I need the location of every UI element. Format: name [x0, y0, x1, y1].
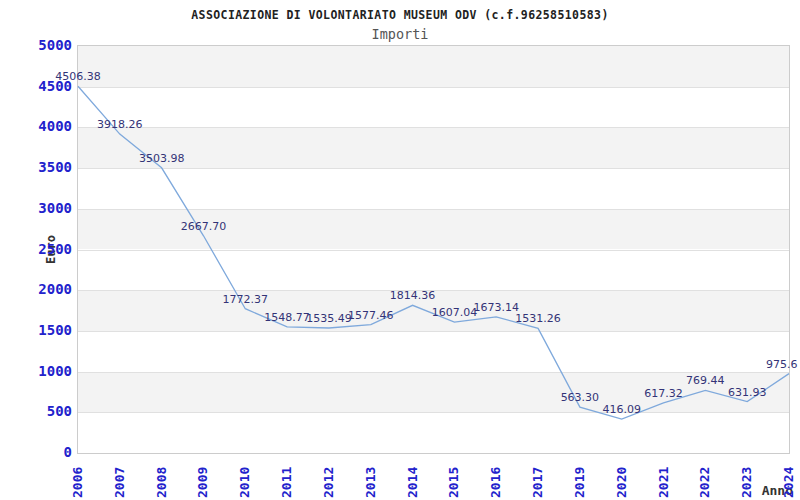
x-tick-label: 2024: [782, 467, 796, 498]
data-point-label: 975.6: [766, 358, 798, 371]
y-tick-label: 4000: [12, 118, 72, 134]
series-line: [78, 86, 789, 419]
data-point-label: 416.09: [602, 403, 641, 416]
y-tick-label: 3500: [12, 159, 72, 175]
data-point-label: 631.93: [728, 386, 767, 399]
data-point-label: 3503.98: [139, 152, 185, 165]
chart-subtitle: Importi: [0, 26, 800, 42]
data-point-label: 1531.26: [515, 312, 561, 325]
x-tick-label: 2021: [657, 467, 671, 498]
y-tick-label: 5000: [12, 37, 72, 53]
data-point-label: 769.44: [686, 374, 725, 387]
data-point-label: 3918.26: [97, 118, 143, 131]
x-tick-label: 2011: [280, 467, 294, 498]
x-tick-label: 2012: [322, 467, 336, 498]
y-tick-label: 3000: [12, 200, 72, 216]
data-point-label: 617.32: [644, 387, 683, 400]
y-tick-label: 2500: [12, 241, 72, 257]
x-tick-label: 2008: [155, 467, 169, 498]
x-tick-label: 2006: [71, 467, 85, 498]
y-tick-label: 500: [12, 403, 72, 419]
x-tick-label: 2016: [489, 467, 503, 498]
data-point-label: 563.30: [561, 391, 600, 404]
data-point-label: 1814.36: [390, 289, 436, 302]
data-point-label: 4506.38: [55, 70, 101, 83]
data-point-label: 1673.14: [473, 301, 519, 314]
data-point-label: 1535.49: [306, 312, 352, 325]
y-tick-label: 0: [12, 444, 72, 460]
data-point-label: 1577.46: [348, 309, 394, 322]
x-tick-label: 2010: [238, 467, 252, 498]
x-tick-label: 2019: [573, 467, 587, 498]
x-tick-label: 2017: [531, 467, 545, 498]
chart-title: ASSOCIAZIONE DI VOLONTARIATO MUSEUM ODV …: [0, 8, 800, 22]
data-point-label: 1548.77: [264, 311, 310, 324]
data-point-label: 1607.04: [432, 306, 478, 319]
x-tick-label: 2013: [364, 467, 378, 498]
x-tick-label: 2020: [615, 467, 629, 498]
x-tick-label: 2015: [447, 467, 461, 498]
importi-line-chart: ASSOCIAZIONE DI VOLONTARIATO MUSEUM ODV …: [0, 0, 800, 500]
plot-area: [77, 45, 790, 454]
x-tick-label: 2014: [406, 467, 420, 498]
data-point-label: 2667.70: [181, 220, 227, 233]
y-tick-label: 2000: [12, 281, 72, 297]
x-tick-label: 2023: [740, 467, 754, 498]
y-tick-label: 1500: [12, 322, 72, 338]
x-tick-label: 2009: [196, 467, 210, 498]
data-point-label: 1772.37: [223, 293, 269, 306]
y-tick-label: 1000: [12, 363, 72, 379]
x-tick-label: 2007: [113, 467, 127, 498]
x-tick-label: 2022: [698, 467, 712, 498]
